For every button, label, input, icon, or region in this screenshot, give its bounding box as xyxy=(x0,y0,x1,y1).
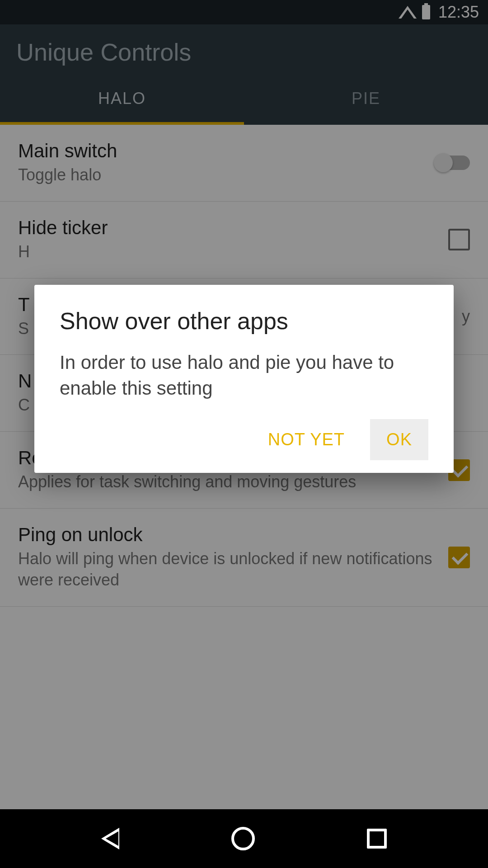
dialog-title: Show over other apps xyxy=(60,307,428,335)
screen: 12:35 Unique Controls HALO PIE Main swit… xyxy=(0,0,488,868)
ok-button[interactable]: OK xyxy=(370,419,428,460)
dialog-actions: NOT YET OK xyxy=(60,419,428,460)
dialog-body: In order to use halo and pie you have to… xyxy=(60,350,428,401)
back-icon[interactable] xyxy=(101,828,119,849)
permission-dialog: Show over other apps In order to use hal… xyxy=(34,285,454,473)
not-yet-button[interactable]: NOT YET xyxy=(252,419,361,460)
navigation-bar xyxy=(0,809,488,868)
recents-icon[interactable] xyxy=(367,829,387,849)
home-icon[interactable] xyxy=(231,827,255,850)
